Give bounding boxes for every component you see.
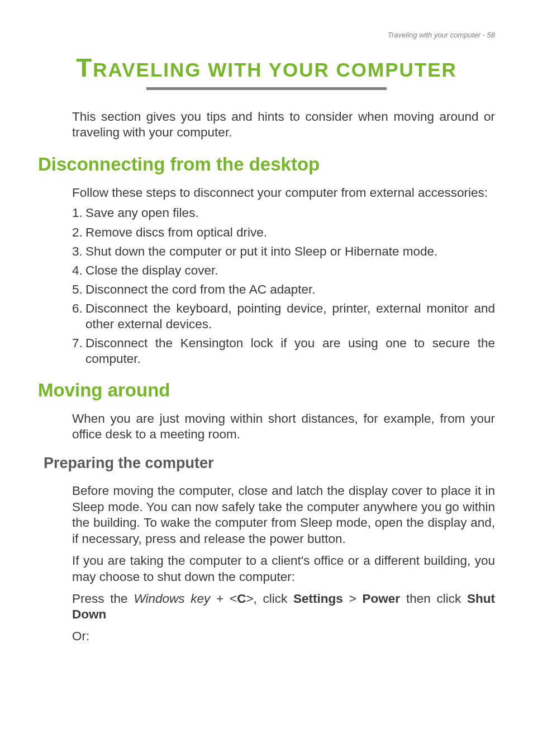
list-number: 6. <box>72 301 85 332</box>
list-item: 4.Close the display cover. <box>72 263 495 278</box>
list-number: 3. <box>72 244 85 259</box>
preparing-p1: Before moving the computer, close and la… <box>72 483 495 547</box>
key-c: C <box>237 592 246 606</box>
list-number: 4. <box>72 263 85 278</box>
section2-intro: When you are just moving within short di… <box>72 411 495 442</box>
intro-paragraph: This section gives you tips and hints to… <box>72 109 495 140</box>
list-item: 6.Disconnect the keyboard, pointing devi… <box>72 301 495 332</box>
list-number: 2. <box>72 225 85 240</box>
list-item: 5.Disconnect the cord from the AC adapte… <box>72 282 495 297</box>
list-item: 7.Disconnect the Kensington lock if you … <box>72 336 495 367</box>
list-number: 5. <box>72 282 85 297</box>
list-text: Save any open files. <box>85 205 495 221</box>
list-text: Disconnect the cord from the AC adapter. <box>85 282 495 297</box>
title-underline <box>146 87 387 90</box>
settings-label: Settings <box>293 592 343 606</box>
preparing-p4: Or: <box>72 629 495 645</box>
list-text: Remove discs from optical drive. <box>85 225 495 240</box>
list-item: 1.Save any open files. <box>72 205 495 221</box>
windows-key-text: Windows key <box>134 592 210 606</box>
steps-list: 1.Save any open files. 2.Remove discs fr… <box>72 205 495 367</box>
subsection-heading-preparing: Preparing the computer <box>44 455 495 472</box>
title-initial: T <box>76 53 93 82</box>
list-item: 2.Remove discs from optical drive. <box>72 225 495 240</box>
page-title: TRAVELING WITH YOUR COMPUTER <box>38 53 495 83</box>
preparing-p3: Press the Windows key + <C>, click Setti… <box>72 591 495 623</box>
list-text: Disconnect the Kensington lock if you ar… <box>85 336 495 367</box>
section1-intro: Follow these steps to disconnect your co… <box>72 185 495 201</box>
list-text: Close the display cover. <box>85 263 495 278</box>
title-rest: RAVELING WITH YOUR COMPUTER <box>93 59 457 81</box>
list-number: 1. <box>72 205 85 221</box>
section-heading-disconnecting: Disconnecting from the desktop <box>38 154 495 175</box>
page-header: Traveling with your computer - 58 <box>38 31 495 39</box>
list-item: 3.Shut down the computer or put it into … <box>72 244 495 259</box>
section-heading-moving: Moving around <box>38 380 495 401</box>
list-text: Shut down the computer or put it into Sl… <box>85 244 495 259</box>
preparing-p2: If you are taking the computer to a clie… <box>72 553 495 585</box>
list-text: Disconnect the keyboard, pointing device… <box>85 301 495 332</box>
list-number: 7. <box>72 336 85 367</box>
power-label: Power <box>363 592 401 606</box>
